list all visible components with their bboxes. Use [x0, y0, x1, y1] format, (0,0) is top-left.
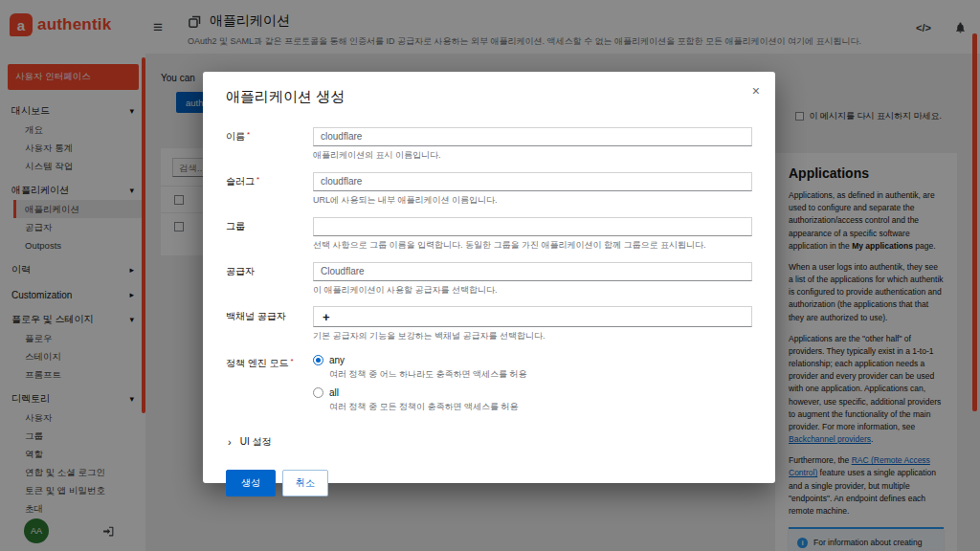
name-help: 애플리케이션의 표시 이름입니다.	[313, 149, 752, 162]
provider-label: 공급자	[226, 261, 299, 296]
modal-title: 애플리케이션 생성	[226, 88, 752, 106]
cancel-button[interactable]: 취소	[282, 470, 328, 496]
form-row-backchannel: 백채널 공급자 + 기본 공급자의 기능을 보강하는 백채널 공급자를 선택합니…	[226, 306, 752, 342]
group-label: 그룹	[226, 216, 299, 251]
radio-any[interactable]	[313, 355, 323, 365]
modal-footer: 생성 취소	[226, 470, 752, 496]
policy-mode-label: 정책 엔진 모드	[226, 358, 289, 368]
backchannel-chip-input[interactable]: +	[313, 306, 752, 327]
radio-all[interactable]	[313, 387, 323, 398]
backchannel-label: 백채널 공급자	[226, 306, 299, 342]
provider-field[interactable]	[313, 262, 752, 281]
chevron-right-icon: ›	[228, 436, 232, 448]
slug-field[interactable]	[313, 172, 752, 191]
add-provider-icon[interactable]: +	[314, 310, 339, 324]
form-row-group: 그룹 선택 사항으로 그룹 이름을 입력합니다. 동일한 그룹을 가진 애플리케…	[226, 216, 752, 251]
required-asterisk: *	[256, 175, 259, 184]
provider-help: 이 애플리케이션이 사용할 공급자를 선택합니다.	[313, 284, 752, 297]
radio-all-help: 여러 정책 중 모든 정책이 충족하면 액세스를 허용	[329, 401, 752, 413]
form-row-provider: 공급자 이 애플리케이션이 사용할 공급자를 선택합니다.	[226, 261, 752, 296]
create-application-modal: 애플리케이션 생성 × 이름* 애플리케이션의 표시 이름입니다. 슬러그* U…	[203, 72, 775, 483]
slug-help: URL에 사용되는 내부 애플리케이션 이름입니다.	[313, 194, 752, 207]
required-asterisk: *	[247, 130, 250, 139]
close-icon[interactable]: ×	[752, 83, 760, 99]
backchannel-help: 기본 공급자의 기능을 보강하는 백채널 공급자를 선택합니다.	[313, 330, 752, 342]
name-field[interactable]	[313, 127, 752, 146]
authentik-admin-app: a authentik ≡ 애플리케이션 OAuth2 및 SAML과 같은 프…	[0, 0, 980, 551]
ui-settings-label: UI 설정	[240, 435, 272, 449]
form-row-slug: 슬러그* URL에 사용되는 내부 애플리케이션 이름입니다.	[226, 171, 752, 206]
name-label: 이름	[226, 131, 245, 142]
radio-any-label: any	[329, 355, 345, 365]
policy-mode-option-all[interactable]: all	[313, 387, 752, 398]
form-row-name: 이름* 애플리케이션의 표시 이름입니다.	[226, 126, 752, 161]
application-form: 이름* 애플리케이션의 표시 이름입니다. 슬러그* URL에 사용되는 내부 …	[226, 126, 752, 496]
group-help: 선택 사항으로 그룹 이름을 입력합니다. 동일한 그룹을 가진 애플리케이션이…	[313, 239, 752, 252]
policy-mode-option-any[interactable]: any	[313, 355, 752, 365]
radio-any-help: 여러 정책 중 어느 하나라도 충족하면 액세스를 허용	[329, 368, 752, 381]
group-field[interactable]	[313, 217, 752, 236]
slug-label: 슬러그	[226, 176, 255, 187]
create-button[interactable]: 생성	[226, 470, 276, 496]
required-asterisk: *	[291, 357, 294, 365]
ui-settings-expander[interactable]: › UI 설정	[228, 435, 752, 449]
radio-all-label: all	[329, 387, 339, 398]
form-row-policy-mode: 정책 엔진 모드* any 여러 정책 중 어느 하나라도 충족하면 액세스를 …	[226, 353, 752, 420]
